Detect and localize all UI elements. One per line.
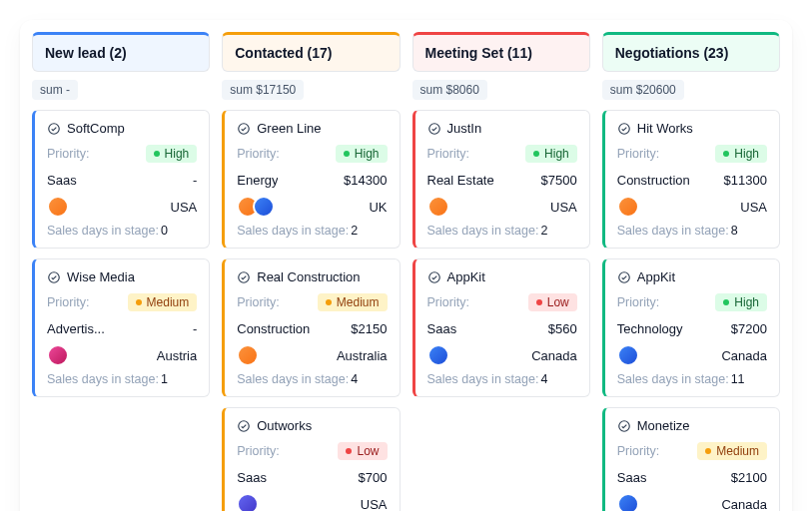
svg-point-2 [239, 123, 250, 134]
deal-name: Real Construction [257, 269, 360, 284]
industry: Technology [617, 321, 683, 336]
industry: Construction [617, 173, 690, 188]
check-circle-icon [617, 419, 631, 433]
deal-name: AppKit [637, 269, 675, 284]
country: USA [550, 200, 577, 215]
industry: Advertis... [47, 321, 105, 336]
industry: Construction [237, 321, 310, 336]
avatar[interactable] [617, 196, 639, 218]
avatar[interactable] [237, 344, 259, 366]
avatar[interactable] [617, 493, 639, 511]
country: Canada [721, 497, 767, 512]
check-circle-icon [237, 122, 251, 136]
country: Austria [157, 348, 197, 363]
deal-card[interactable]: OutworksPriority:LowSaas$700USASales day… [222, 407, 400, 511]
avatar[interactable] [427, 344, 449, 366]
deal-card[interactable]: MonetizePriority:MediumSaas$2100CanadaSa… [602, 407, 780, 511]
stage-days: Sales days in stage:2 [237, 224, 387, 238]
svg-point-1 [49, 271, 60, 282]
deal-name: Hit Works [637, 121, 693, 136]
column-header[interactable]: Contacted (17) [222, 32, 400, 72]
check-circle-icon [237, 270, 251, 284]
deal-name: Monetize [637, 418, 690, 433]
avatar[interactable] [47, 196, 69, 218]
deal-name: Green Line [257, 121, 321, 136]
check-circle-icon [427, 270, 441, 284]
svg-point-4 [239, 420, 250, 431]
amount: $700 [359, 470, 388, 485]
kanban-board: New lead (2)sum -SoftCompPriority:HighSa… [20, 20, 792, 511]
column-title: New lead (2) [45, 45, 127, 61]
priority-badge: High [525, 145, 577, 163]
avatars [47, 344, 63, 366]
stage-days: Sales days in stage:8 [617, 224, 767, 238]
priority-label: Priority: [427, 295, 469, 309]
column-header[interactable]: New lead (2) [32, 32, 210, 72]
svg-point-0 [49, 123, 60, 134]
column-contacted: Contacted (17)sum $17150Green LinePriori… [222, 32, 400, 511]
deal-card[interactable]: Real ConstructionPriority:MediumConstruc… [222, 258, 400, 397]
amount: - [193, 321, 197, 336]
check-circle-icon [237, 419, 251, 433]
deal-card[interactable]: SoftCompPriority:HighSaas-USASales days … [32, 110, 210, 249]
priority-label: Priority: [617, 444, 659, 458]
priority-badge: High [146, 145, 198, 163]
column-title: Negotiations (23) [615, 45, 729, 61]
deal-card[interactable]: Hit WorksPriority:HighConstruction$11300… [602, 110, 780, 249]
avatars [47, 196, 63, 218]
column-header[interactable]: Meeting Set (11) [412, 32, 590, 72]
deal-card[interactable]: AppKitPriority:LowSaas$560CanadaSales da… [412, 258, 590, 397]
country: Australia [337, 348, 388, 363]
avatars [617, 493, 633, 511]
stage-days: Sales days in stage:1 [47, 372, 197, 386]
avatar[interactable] [47, 344, 69, 366]
amount: $2100 [731, 470, 767, 485]
avatar[interactable] [237, 493, 259, 511]
svg-point-6 [428, 271, 439, 282]
check-circle-icon [427, 122, 441, 136]
industry: Energy [237, 173, 278, 188]
stage-days: Sales days in stage:2 [427, 224, 577, 238]
priority-badge: Medium [128, 293, 198, 311]
priority-badge: High [715, 145, 767, 163]
deal-name: AppKit [447, 269, 485, 284]
column-title: Meeting Set (11) [425, 45, 532, 61]
priority-label: Priority: [617, 147, 659, 161]
amount: $560 [548, 321, 577, 336]
avatars [237, 196, 269, 218]
column-header[interactable]: Negotiations (23) [602, 32, 780, 72]
avatars [237, 344, 253, 366]
priority-badge: High [715, 293, 767, 311]
avatar[interactable] [427, 196, 449, 218]
deal-card[interactable]: Wise MediaPriority:MediumAdvertis...-Aus… [32, 258, 210, 397]
svg-point-8 [619, 271, 630, 282]
svg-point-7 [619, 123, 630, 134]
country: UK [369, 200, 387, 215]
deal-name: SoftComp [67, 121, 125, 136]
stage-days: Sales days in stage:4 [237, 372, 387, 386]
amount: $7200 [731, 321, 767, 336]
svg-point-5 [428, 123, 439, 134]
stage-days: Sales days in stage:11 [617, 372, 767, 386]
priority-label: Priority: [427, 147, 469, 161]
deal-name: JustIn [447, 121, 482, 136]
country: USA [171, 200, 198, 215]
avatar[interactable] [253, 196, 275, 218]
check-circle-icon [617, 122, 631, 136]
avatars [617, 344, 633, 366]
check-circle-icon [47, 122, 61, 136]
priority-label: Priority: [617, 295, 659, 309]
column-title: Contacted (17) [235, 45, 332, 61]
country: Canada [531, 348, 577, 363]
deal-card[interactable]: AppKitPriority:HighTechnology$7200Canada… [602, 258, 780, 397]
avatar[interactable] [617, 344, 639, 366]
deal-card[interactable]: Green LinePriority:HighEnergy$14300UKSal… [222, 110, 400, 249]
priority-badge: Low [338, 442, 387, 460]
priority-label: Priority: [47, 295, 89, 309]
industry: Saas [617, 470, 647, 485]
check-circle-icon [47, 270, 61, 284]
column-meeting-set: Meeting Set (11)sum $8060JustInPriority:… [412, 32, 590, 511]
deal-card[interactable]: JustInPriority:HighReal Estate$7500USASa… [412, 110, 590, 249]
country: USA [361, 497, 388, 512]
industry: Saas [237, 470, 267, 485]
